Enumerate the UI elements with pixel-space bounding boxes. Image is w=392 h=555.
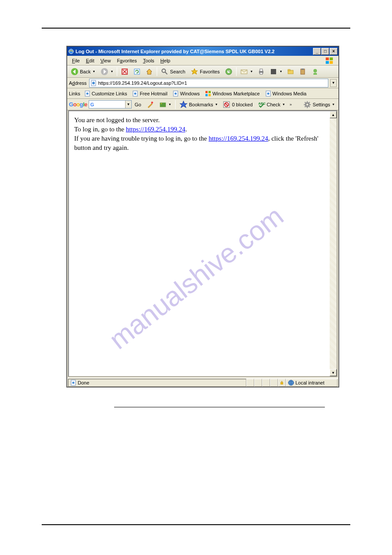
svg-point-22 [313,69,317,73]
link-customize[interactable]: Customize Links [83,90,129,98]
svg-rect-3 [326,61,329,63]
page-icon [173,91,179,97]
links-label: Links [69,91,80,96]
google-check-button[interactable]: ABCCheck▼ [256,100,287,109]
menu-help[interactable]: Help [157,57,173,64]
status-lock-pane [278,379,286,387]
google-search-input[interactable]: G ▼ [89,100,132,109]
svg-rect-33 [205,94,208,96]
svg-text:ABC: ABC [258,102,266,105]
scroll-up-button[interactable]: ▲ [330,111,337,118]
chevron-down-icon: ▼ [282,103,285,106]
address-dropdown-button[interactable]: ▼ [330,79,337,87]
history-button[interactable] [223,67,234,76]
clipboard-icon [299,68,307,76]
window-title: Log Out - Microsoft Internet Explorer pr… [76,49,313,54]
google-search-dropdown[interactable]: ▼ [125,101,131,108]
minimize-button[interactable]: _ [313,48,321,55]
content-line-3: If you are having trouble trying to log … [74,134,324,152]
maximize-button[interactable]: □ [321,48,329,55]
share-icon [159,101,167,109]
print-button[interactable] [255,67,267,76]
svg-point-47 [72,381,75,384]
mail-button[interactable]: ▼ [238,67,255,76]
gear-icon [303,101,311,109]
google-blocked-button[interactable]: 0 blocked [221,100,254,109]
home-button[interactable] [144,67,155,76]
edit-button[interactable]: ▼ [268,67,284,76]
marketplace-icon [205,91,211,97]
page-content: You are not logged to the server. To log… [69,111,330,376]
status-text: Done [78,380,89,385]
menu-file[interactable]: File [69,57,83,64]
google-logo: Google [69,101,87,108]
edit-icon [270,68,277,76]
address-label: Address [69,80,87,86]
scroll-track[interactable] [330,118,337,369]
google-share-button[interactable]: ▼ [157,100,173,109]
stop-icon [121,68,129,76]
discuss-button[interactable] [285,67,296,76]
svg-rect-48 [281,382,283,384]
favorites-label: Favorites [200,69,219,74]
ie-icon [68,48,74,54]
link-windows[interactable]: Windows [171,90,201,98]
forward-button[interactable]: ▼ [99,67,115,76]
svg-rect-16 [260,73,263,74]
svg-point-45 [306,103,309,105]
page-icon [265,91,271,97]
link-marketplace[interactable]: Windows Marketplace [204,90,261,98]
separator [236,67,237,76]
google-settings-button[interactable]: Settings▼ [302,100,337,109]
google-g-icon: G [89,102,96,107]
svg-rect-38 [160,102,166,107]
stop-button[interactable] [119,67,130,76]
google-bookmarks-button[interactable]: Bookmarks▼ [178,100,219,109]
svg-rect-32 [209,91,211,93]
favorites-button[interactable]: Favorites [189,67,222,76]
menu-view[interactable]: View [97,57,114,64]
svg-point-26 [86,92,88,94]
menubar: File Edit View Favorites Tools Help [67,56,338,65]
menu-edit[interactable]: Edit [83,57,97,64]
refresh-button[interactable] [131,67,143,76]
page-divider-top [42,28,350,29]
chevron-down-icon: ▼ [110,70,113,73]
search-button[interactable]: Search [159,67,188,76]
address-input[interactable] [98,80,327,86]
login-link-1[interactable]: https://169.254.199.24 [126,126,185,133]
svg-point-37 [151,102,153,104]
link-media[interactable]: Windows Media [264,90,308,98]
svg-point-36 [267,92,269,94]
status-text-pane: Done [68,379,246,387]
svg-point-28 [134,92,137,94]
google-go-button[interactable]: Go [133,101,143,108]
research-button[interactable] [297,67,309,76]
close-button[interactable]: × [330,48,338,55]
login-link-2[interactable]: https://169.254.199.24 [209,135,268,142]
link-hotmail[interactable]: Free Hotmail [131,90,169,98]
chevron-down-icon: ▼ [279,70,282,73]
svg-rect-34 [209,94,211,96]
back-button[interactable]: Back ▼ [69,67,98,76]
messenger-button[interactable] [309,67,321,76]
home-icon [145,68,153,76]
svg-rect-31 [205,91,208,93]
messenger-icon [311,68,319,76]
back-label: Back [80,69,90,74]
refresh-icon [133,68,141,76]
status-pane-2 [254,379,262,387]
vertical-scrollbar[interactable]: ▲ ▼ [330,111,337,376]
page-icon [84,91,90,97]
chevron-down-icon: ▼ [169,103,172,106]
scroll-down-button[interactable]: ▼ [330,369,337,376]
chevron-down-icon: ▼ [92,70,95,73]
svg-rect-1 [326,57,329,60]
google-options-button[interactable] [144,100,156,109]
chevron-right-icon[interactable]: » [288,102,293,107]
menu-favorites[interactable]: Favorites [114,57,140,64]
content-line-2: To log in, go to the https://169.254.199… [74,125,324,134]
page-divider-bottom [42,524,350,525]
star-icon [191,68,198,76]
menu-tools[interactable]: Tools [140,57,158,64]
